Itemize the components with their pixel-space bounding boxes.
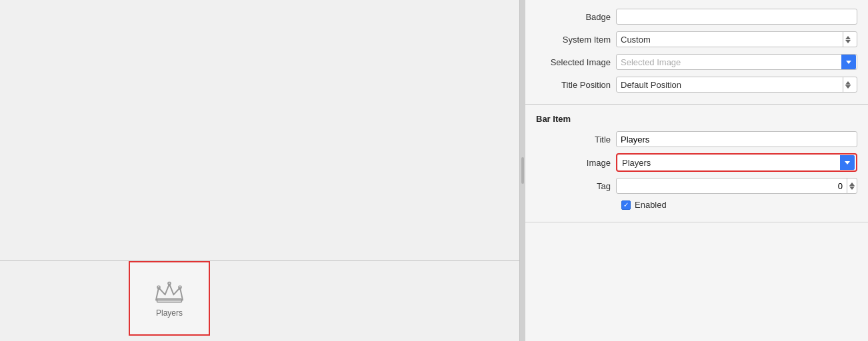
enabled-label: Enabled [635, 200, 667, 210]
title-position-value: Default Position [621, 80, 843, 90]
bar-item-title-input[interactable] [616, 131, 857, 147]
chevron-down-icon-image [845, 161, 850, 165]
selected-image-row: Selected Image Selected Image [536, 53, 857, 71]
title-position-select[interactable]: Default Position [616, 77, 857, 93]
title-position-row: Title Position Default Position [536, 76, 857, 93]
bar-item-title-row: Title [536, 131, 857, 148]
attributes-section: Badge System Item Custom Selected Image [525, 0, 868, 105]
system-item-field-container: Custom [616, 31, 857, 47]
system-item-select[interactable]: Custom [616, 31, 857, 47]
bar-item-title-label: Title [536, 135, 616, 145]
bar-item-tag-container [616, 178, 857, 194]
enabled-checkbox[interactable]: ✓ [621, 200, 631, 210]
badge-label: Badge [536, 12, 616, 22]
bar-item-image-value: Players [622, 158, 840, 168]
bar-item-image-label: Image [536, 158, 616, 168]
chevron-down-icon [846, 61, 851, 64]
system-item-arrow-up[interactable] [845, 36, 851, 39]
divider-handle [521, 157, 524, 184]
selected-image-field-container: Selected Image [616, 54, 857, 70]
badge-row: Badge [536, 8, 857, 25]
selected-image-dropdown-arrow[interactable] [841, 55, 856, 69]
system-item-arrows[interactable] [843, 32, 853, 47]
system-item-value: Custom [621, 35, 843, 45]
bar-item-image-dropdown-arrow[interactable] [840, 155, 855, 170]
badge-field-container [616, 9, 857, 25]
canvas-divider [0, 260, 519, 261]
bar-item-section: Bar Item Title Image Players [525, 105, 868, 222]
canvas-panel: Players [0, 0, 520, 341]
bar-item-tag-label: Tag [536, 181, 616, 191]
selected-image-label: Selected Image [536, 57, 616, 67]
selected-image-placeholder: Selected Image [621, 57, 841, 67]
title-position-label: Title Position [536, 80, 616, 90]
selected-image-select[interactable]: Selected Image [616, 54, 857, 70]
tab-bar-item[interactable]: Players [129, 261, 210, 336]
system-item-row: System Item Custom [536, 31, 857, 48]
title-position-arrow-up[interactable] [845, 81, 851, 85]
bar-item-tag-row: Tag [536, 177, 857, 194]
crown-icon [153, 279, 185, 304]
bar-item-tag-stepper[interactable] [616, 178, 857, 194]
checkmark-icon: ✓ [623, 202, 629, 208]
tag-arrow-up[interactable] [849, 182, 855, 186]
bar-item-title-container [616, 131, 857, 147]
bar-item-tag-input[interactable] [617, 181, 847, 191]
title-position-field-container: Default Position [616, 77, 857, 93]
title-position-arrows[interactable] [843, 77, 853, 92]
tag-arrow-down[interactable] [849, 186, 855, 190]
tab-item-label: Players [156, 308, 183, 318]
bar-item-image-row: Image Players [536, 153, 857, 172]
panel-divider[interactable] [520, 0, 525, 341]
bar-item-image-container: Players [616, 153, 857, 172]
system-item-arrow-down[interactable] [845, 40, 851, 43]
bar-item-image-select[interactable]: Players [618, 155, 855, 170]
tag-stepper-arrows[interactable] [847, 178, 857, 193]
enabled-row: ✓ Enabled [536, 200, 857, 210]
badge-input[interactable] [616, 9, 857, 25]
bar-item-header: Bar Item [536, 111, 857, 124]
system-item-label: System Item [536, 35, 616, 45]
inspector-panel: Badge System Item Custom Selected Image [525, 0, 868, 341]
title-position-arrow-down[interactable] [845, 85, 851, 89]
